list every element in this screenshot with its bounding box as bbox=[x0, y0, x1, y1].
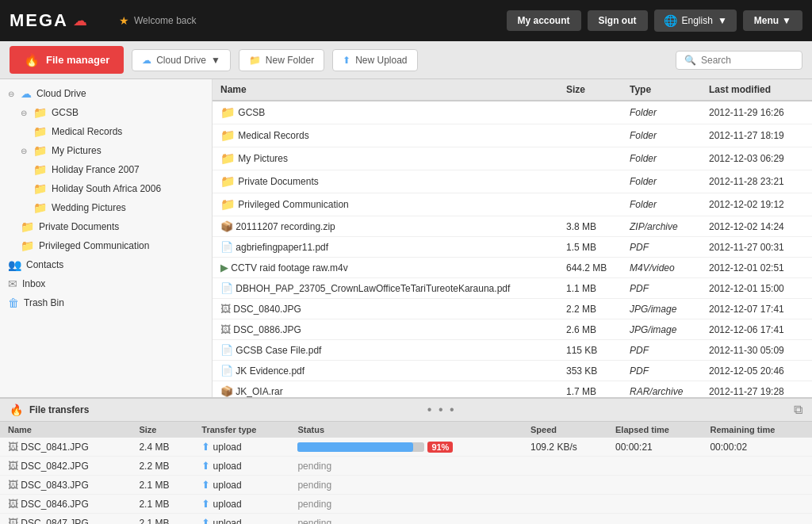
transfer-type-cell: ⬆ upload bbox=[193, 495, 289, 514]
transfer-type-cell: ⬆ upload bbox=[193, 476, 289, 495]
file-size-cell bbox=[558, 124, 622, 147]
my-account-button[interactable]: My account bbox=[507, 10, 581, 31]
transfer-speed-cell bbox=[523, 457, 607, 476]
transfer-speed-cell bbox=[523, 514, 607, 525]
logo: MEGA ☁ bbox=[10, 10, 87, 31]
transfer-type-cell: ⬆ upload bbox=[193, 438, 289, 457]
language-label: English bbox=[682, 15, 713, 26]
table-row[interactable]: 📁 Medical Records Folder 2012-11-27 18:1… bbox=[213, 124, 812, 147]
table-row[interactable]: ▶ CCTV raid footage raw.m4v 644.2 MB M4V… bbox=[213, 258, 812, 278]
cloud-drive-button[interactable]: ☁ Cloud Drive ▼ bbox=[132, 49, 231, 71]
collapse-icon: ⊖ bbox=[21, 147, 27, 155]
folder-icon: 📁 bbox=[33, 106, 47, 119]
sign-out-button[interactable]: Sign out bbox=[588, 10, 648, 31]
new-upload-button[interactable]: ⬆ New Upload bbox=[332, 49, 417, 71]
col-transfer-type-header[interactable]: Transfer type bbox=[193, 422, 289, 438]
file-modified-cell: 2012-12-01 15:00 bbox=[701, 278, 812, 299]
col-elapsed-header[interactable]: Elapsed time bbox=[607, 422, 702, 438]
contacts-icon: 👥 bbox=[8, 258, 21, 271]
file-modified-cell: 2012-11-27 19:28 bbox=[701, 381, 812, 398]
table-row[interactable]: 📄 GCSB Case File.pdf 115 KB PDF 2012-11-… bbox=[213, 340, 812, 361]
search-input[interactable] bbox=[701, 55, 794, 66]
transfer-type-cell: ⬆ upload bbox=[193, 457, 289, 476]
search-box: 🔍 bbox=[676, 51, 802, 70]
file-type-cell: Folder bbox=[622, 147, 701, 170]
table-row[interactable]: 📄 JK Evidence.pdf 353 KB PDF 2012-12-05 … bbox=[213, 361, 812, 381]
col-speed-header[interactable]: Speed bbox=[523, 422, 607, 438]
folder-icon: 📁 bbox=[33, 163, 47, 176]
table-row[interactable]: 📦 JK_OIA.rar 1.7 MB RAR/archive 2012-11-… bbox=[213, 381, 812, 398]
file-modified-cell: 2012-12-03 06:29 bbox=[701, 147, 812, 170]
sidebar-item-wedding-pictures[interactable]: 📁 Wedding Pictures bbox=[0, 198, 212, 217]
col-size-header[interactable]: Size bbox=[131, 422, 193, 438]
table-row[interactable]: 📁 GCSB Folder 2012-11-29 16:26 bbox=[213, 101, 812, 124]
list-item[interactable]: 🖼 DSC_0841.JPG 2.4 MB ⬆ upload 91% 109.2… bbox=[0, 438, 812, 457]
star-icon: ★ bbox=[119, 14, 129, 27]
transfer-name-cell: 🖼 DSC_0847.JPG bbox=[0, 514, 131, 525]
file-type-cell: Folder bbox=[622, 124, 701, 147]
list-item[interactable]: 🖼 DSC_0843.JPG 2.1 MB ⬆ upload pending bbox=[0, 476, 812, 495]
table-row[interactable]: 📁 Privileged Communication Folder 2012-1… bbox=[213, 193, 812, 216]
transfer-elapsed-cell bbox=[607, 495, 702, 514]
chevron-down-icon: ▼ bbox=[211, 55, 220, 66]
sidebar-item-my-pictures[interactable]: ⊖ 📁 My Pictures bbox=[0, 141, 212, 160]
table-row[interactable]: 📦 20111207 recording.zip 3.8 MB ZIP/arch… bbox=[213, 216, 812, 237]
sidebar-holiday-south-africa-label: Holiday South Africa 2006 bbox=[52, 183, 161, 194]
file-table-header: Name Size Type Last modified bbox=[213, 79, 812, 101]
col-type-header[interactable]: Type bbox=[622, 79, 701, 101]
language-button[interactable]: 🌐 English ▼ bbox=[654, 10, 737, 32]
list-item[interactable]: 🖼 DSC_0846.JPG 2.1 MB ⬆ upload pending bbox=[0, 495, 812, 514]
list-item[interactable]: 🖼 DSC_0842.JPG 2.2 MB ⬆ upload pending bbox=[0, 457, 812, 476]
sidebar-item-holiday-south-africa[interactable]: 📁 Holiday South Africa 2006 bbox=[0, 179, 212, 198]
table-row[interactable]: 📄 agbriefingpaper11.pdf 1.5 MB PDF 2012-… bbox=[213, 237, 812, 258]
table-row[interactable]: 🖼 DSC_0886.JPG 2.6 MB JPG/image 2012-12-… bbox=[213, 319, 812, 340]
sidebar-item-holiday-france[interactable]: 📁 Holiday France 2007 bbox=[0, 160, 212, 179]
col-status-header[interactable]: Status bbox=[289, 422, 523, 438]
file-name-cell: 📦 20111207 recording.zip bbox=[213, 216, 558, 237]
table-row[interactable]: 🖼 DSC_0840.JPG 2.2 MB JPG/image 2012-12-… bbox=[213, 299, 812, 319]
col-name-header[interactable]: Name bbox=[213, 79, 558, 101]
list-item[interactable]: 🖼 DSC_0847.JPG 2.1 MB ⬆ upload pending bbox=[0, 514, 812, 525]
sidebar-item-trash[interactable]: 🗑 Trash Bin bbox=[0, 293, 212, 312]
new-folder-button[interactable]: 📁 New Folder bbox=[239, 49, 324, 71]
file-type-cell: RAR/archive bbox=[622, 381, 701, 398]
collapse-icon: ⊖ bbox=[8, 90, 14, 98]
transfers-table: Name Size Transfer type Status Speed Ela… bbox=[0, 422, 812, 524]
file-type-cell: M4V/video bbox=[622, 258, 701, 278]
file-name-cell: 🖼 DSC_0886.JPG bbox=[213, 319, 558, 340]
menu-button[interactable]: Menu ▼ bbox=[743, 10, 802, 31]
sidebar-item-contacts[interactable]: 👥 Contacts bbox=[0, 255, 212, 274]
new-folder-icon: 📁 bbox=[249, 55, 261, 66]
sidebar-item-privileged-communication[interactable]: 📁 Privileged Communication bbox=[0, 236, 212, 255]
col-name-header[interactable]: Name bbox=[0, 422, 131, 438]
sidebar-item-cloud-drive[interactable]: ⊖ ☁ Cloud Drive bbox=[0, 84, 212, 103]
file-manager-tab[interactable]: 🔥 File manager bbox=[10, 46, 124, 74]
sidebar-private-docs-label: Private Documents bbox=[39, 221, 119, 232]
col-remaining-header[interactable]: Remaining time bbox=[702, 422, 812, 438]
table-row[interactable]: 📁 My Pictures Folder 2012-12-03 06:29 bbox=[213, 147, 812, 170]
file-type-cell: ZIP/archive bbox=[622, 216, 701, 237]
menu-label: Menu bbox=[754, 15, 779, 26]
inbox-icon: ✉ bbox=[8, 277, 17, 290]
transfer-remaining-cell: 00:00:02 bbox=[702, 438, 812, 457]
file-modified-cell: 2012-12-01 02:51 bbox=[701, 258, 812, 278]
col-modified-header[interactable]: Last modified bbox=[701, 79, 812, 101]
transfers-expand-icon[interactable]: ⧉ bbox=[794, 403, 802, 417]
transfer-status-cell: pending bbox=[289, 514, 523, 525]
file-modified-cell: 2012-11-27 18:19 bbox=[701, 124, 812, 147]
table-row[interactable]: 📁 Private Documents Folder 2012-11-28 23… bbox=[213, 170, 812, 193]
col-size-header[interactable]: Size bbox=[558, 79, 622, 101]
file-modified-cell: 2012-12-02 19:12 bbox=[701, 193, 812, 216]
file-type-cell: PDF bbox=[622, 361, 701, 381]
table-row[interactable]: 📄 DBHOH_PAP_23705_CrownLawOfficeTeTariTu… bbox=[213, 278, 812, 299]
file-name-cell: 🖼 DSC_0840.JPG bbox=[213, 299, 558, 319]
sidebar-item-medical-records[interactable]: ⊕ 📁 Medical Records bbox=[0, 122, 212, 141]
file-name-cell: 📁 Private Documents bbox=[213, 170, 558, 193]
sidebar-item-private-documents[interactable]: 📁 Private Documents bbox=[0, 217, 212, 236]
file-modified-cell: 2012-11-30 05:09 bbox=[701, 340, 812, 361]
file-modified-cell: 2012-12-07 17:41 bbox=[701, 299, 812, 319]
sidebar-item-inbox[interactable]: ✉ Inbox bbox=[0, 274, 212, 293]
file-name-cell: 📁 My Pictures bbox=[213, 147, 558, 170]
sidebar-item-gcsb[interactable]: ⊖ 📁 GCSB bbox=[0, 103, 212, 122]
file-size-cell: 2.6 MB bbox=[558, 319, 622, 340]
